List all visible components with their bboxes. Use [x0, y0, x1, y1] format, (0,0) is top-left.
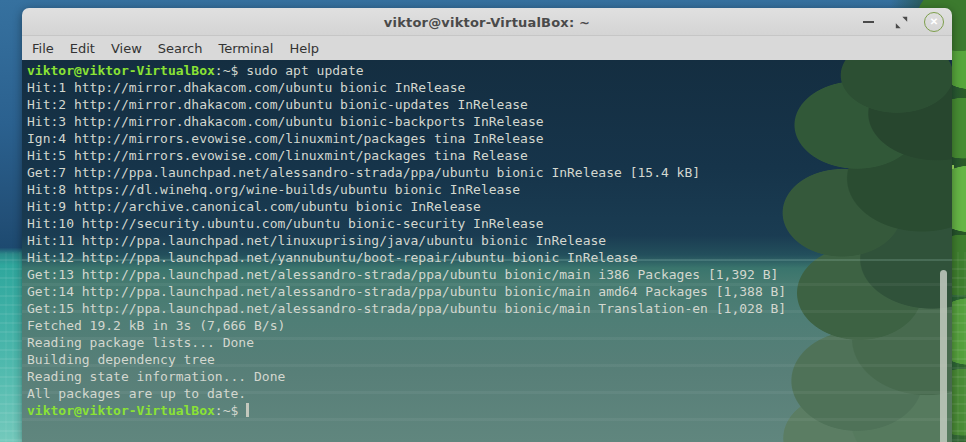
- terminal-line: Hit:10 http://security.ubuntu.com/ubuntu…: [27, 215, 952, 232]
- shell-prompt: viktor@viktor-VirtualBox: [27, 63, 215, 78]
- terminal-line: Hit:11 http://ppa.launchpad.net/linuxupr…: [27, 232, 952, 249]
- terminal-line: Hit:3 http://mirror.dhakacom.com/ubuntu …: [27, 113, 952, 130]
- menu-item-edit[interactable]: Edit: [62, 36, 103, 60]
- window-controls: ✕: [858, 8, 944, 36]
- terminal-line: Reading state information... Done: [27, 368, 952, 385]
- terminal-line: Hit:12 http://ppa.launchpad.net/yannubun…: [27, 249, 952, 266]
- terminal-line: Hit:8 https://dl.winehq.org/wine-builds/…: [27, 181, 952, 198]
- minimize-icon: [863, 21, 874, 23]
- menu-item-view[interactable]: View: [103, 36, 150, 60]
- terminal-line: Hit:2 http://mirror.dhakacom.com/ubuntu …: [27, 96, 952, 113]
- terminal-line: viktor@viktor-VirtualBox:~$: [27, 402, 952, 419]
- terminal-line: Hit:9 http://archive.canonical.com/ubunt…: [27, 198, 952, 215]
- terminal-window: viktor@viktor-VirtualBox: ~ ✕ File Edit: [22, 8, 952, 442]
- terminal-line: Building dependency tree: [27, 351, 952, 368]
- menu-item-search[interactable]: Search: [150, 36, 211, 60]
- maximize-icon: [895, 16, 908, 29]
- scrollbar-thumb[interactable]: [940, 270, 947, 442]
- shell-prompt-suffix: :~$: [215, 403, 238, 418]
- terminal-line: Hit:1 http://mirror.dhakacom.com/ubuntu …: [27, 79, 952, 96]
- terminal-line: viktor@viktor-VirtualBox:~$ sudo apt upd…: [27, 62, 952, 79]
- maximize-button[interactable]: [891, 12, 911, 32]
- title-bar[interactable]: viktor@viktor-VirtualBox: ~ ✕: [22, 8, 952, 36]
- shell-prompt-suffix: :~$: [215, 63, 238, 78]
- desktop: viktor@viktor-VirtualBox: ~ ✕ File Edit: [0, 0, 966, 442]
- terminal-line: All packages are up to date.: [27, 385, 952, 402]
- close-button[interactable]: ✕: [924, 12, 944, 32]
- close-icon: ✕: [930, 17, 938, 27]
- menu-item-help[interactable]: Help: [281, 36, 327, 60]
- terminal-body[interactable]: viktor@viktor-VirtualBox:~$ sudo apt upd…: [22, 60, 952, 442]
- terminal-line: Reading package lists... Done: [27, 334, 952, 351]
- terminal-line: Get:14 http://ppa.launchpad.net/alessand…: [27, 283, 952, 300]
- window-title: viktor@viktor-VirtualBox: ~: [22, 8, 952, 36]
- minimize-button[interactable]: [858, 12, 878, 32]
- terminal-line: Get:15 http://ppa.launchpad.net/alessand…: [27, 300, 952, 317]
- shell-prompt: viktor@viktor-VirtualBox: [27, 403, 215, 418]
- terminal-cursor: [246, 403, 249, 417]
- terminal-line: Get:13 http://ppa.launchpad.net/alessand…: [27, 266, 952, 283]
- terminal-line: Get:7 http://ppa.launchpad.net/alessandr…: [27, 164, 952, 181]
- terminal-line: Hit:5 http://mirrors.evowise.com/linuxmi…: [27, 147, 952, 164]
- menu-bar: File Edit View Search Terminal Help: [22, 36, 952, 60]
- terminal-line: Ign:4 http://mirrors.evowise.com/linuxmi…: [27, 130, 952, 147]
- terminal-output: viktor@viktor-VirtualBox:~$ sudo apt upd…: [22, 60, 952, 419]
- shell-command: sudo apt update: [238, 63, 363, 78]
- menu-item-terminal[interactable]: Terminal: [210, 36, 281, 60]
- menu-item-file[interactable]: File: [24, 36, 62, 60]
- terminal-line: Fetched 19.2 kB in 3s (7,666 B/s): [27, 317, 952, 334]
